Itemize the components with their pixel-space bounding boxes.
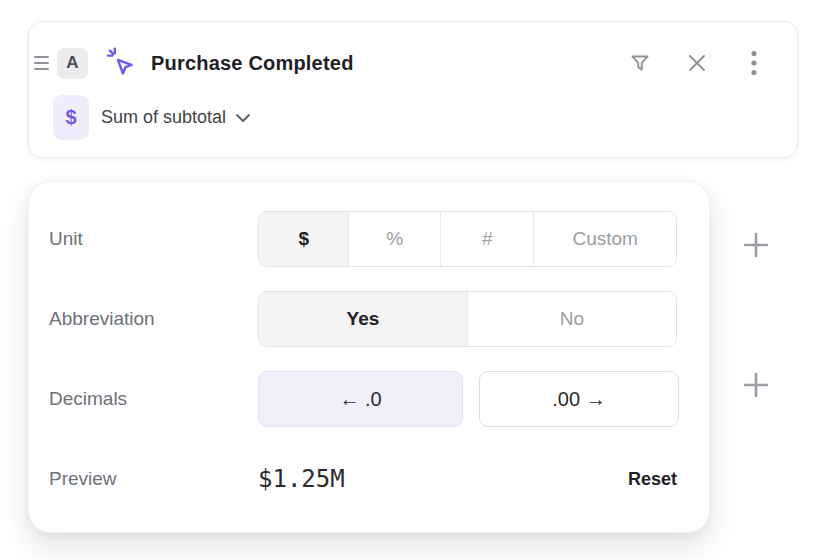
event-card-header: A Purchase Completed: [29, 45, 797, 81]
drag-handle-icon[interactable]: [34, 56, 49, 70]
cursor-click-icon: [105, 46, 137, 80]
abbreviation-option-no[interactable]: No: [468, 292, 676, 346]
decimals-label: Decimals: [49, 388, 258, 410]
abbreviation-option-yes[interactable]: Yes: [259, 292, 468, 346]
filter-icon: [628, 51, 652, 75]
decimals-row: Decimals ← .0 .00 →: [49, 371, 677, 427]
metric-label: Sum of subtotal: [101, 107, 226, 128]
unit-row: Unit $ % # Custom: [49, 211, 677, 267]
more-options-button[interactable]: [739, 48, 769, 78]
plus-button-top[interactable]: [740, 229, 772, 261]
abbreviation-row: Abbreviation Yes No: [49, 291, 677, 347]
kebab-menu-icon: [751, 50, 757, 76]
event-metric-row: $ Sum of subtotal: [53, 95, 251, 140]
preview-label: Preview: [49, 468, 258, 490]
event-label-badge: A: [57, 48, 88, 79]
plus-icon: [742, 231, 770, 259]
preview-row: Preview $1.25M Reset: [49, 451, 677, 507]
unit-segmented-control: $ % # Custom: [258, 211, 677, 267]
chevron-down-icon: [235, 113, 251, 123]
plus-button-bottom[interactable]: [740, 369, 772, 401]
reset-button[interactable]: Reset: [628, 469, 677, 490]
number-format-popover: Unit $ % # Custom Abbreviation Yes No De…: [28, 181, 710, 533]
decrease-decimals-button[interactable]: ← .0: [258, 371, 463, 427]
preview-value: $1.25M: [258, 465, 345, 493]
decimals-button-group: ← .0 .00 →: [258, 371, 679, 427]
abbreviation-label: Abbreviation: [49, 308, 258, 330]
event-title[interactable]: Purchase Completed: [151, 52, 354, 75]
close-button[interactable]: [682, 48, 712, 78]
plus-icon: [742, 371, 770, 399]
unit-option-percent[interactable]: %: [349, 212, 440, 266]
close-icon: [686, 52, 708, 74]
metric-selector[interactable]: Sum of subtotal: [101, 107, 251, 128]
unit-label: Unit: [49, 228, 258, 250]
unit-option-currency[interactable]: $: [259, 212, 349, 266]
increase-decimals-button[interactable]: .00 →: [479, 371, 679, 427]
dollar-icon: $: [53, 95, 89, 140]
filter-button[interactable]: [625, 48, 655, 78]
abbreviation-segmented-control: Yes No: [258, 291, 677, 347]
unit-option-custom[interactable]: Custom: [534, 212, 676, 266]
event-card: A Purchase Completed: [28, 21, 798, 158]
unit-option-number[interactable]: #: [441, 212, 534, 266]
